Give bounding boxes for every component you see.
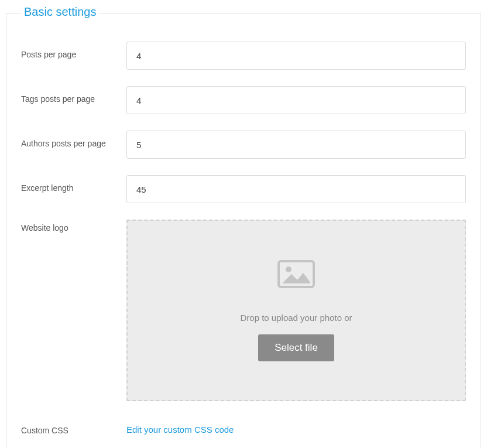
website-logo-label: Website logo xyxy=(21,220,126,232)
form-control-wrap xyxy=(126,175,466,203)
svg-point-1 xyxy=(286,266,291,272)
image-placeholder-icon xyxy=(277,260,315,290)
excerpt-length-input[interactable] xyxy=(126,175,466,203)
form-control-wrap xyxy=(126,131,466,159)
form-row-excerpt-length: Excerpt length xyxy=(21,175,466,203)
form-row-website-logo: Website logo Drop to upload your photo o… xyxy=(21,220,466,401)
form-row-authors-posts-per-page: Authors posts per page xyxy=(21,131,466,159)
fieldset-title: Basic settings xyxy=(21,5,99,19)
tags-posts-per-page-label: Tags posts per page xyxy=(21,86,126,104)
logo-dropzone[interactable]: Drop to upload your photo or Select file xyxy=(126,220,466,401)
tags-posts-per-page-input[interactable] xyxy=(126,86,466,114)
custom-css-label: Custom CSS xyxy=(21,425,126,435)
edit-custom-css-link[interactable]: Edit your custom CSS code xyxy=(126,425,234,435)
form-control-wrap xyxy=(126,42,466,70)
excerpt-length-label: Excerpt length xyxy=(21,175,126,193)
dropzone-text: Drop to upload your photo or xyxy=(241,313,352,323)
form-row-custom-css: Custom CSS Edit your custom CSS code xyxy=(21,425,466,435)
authors-posts-per-page-input[interactable] xyxy=(126,131,466,159)
authors-posts-per-page-label: Authors posts per page xyxy=(21,131,126,148)
form-control-wrap xyxy=(126,86,466,114)
form-control-wrap: Edit your custom CSS code xyxy=(126,425,466,435)
posts-per-page-input[interactable] xyxy=(126,42,466,70)
form-control-wrap: Drop to upload your photo or Select file xyxy=(126,220,466,401)
posts-per-page-label: Posts per page xyxy=(21,42,126,59)
form-row-tags-posts-per-page: Tags posts per page xyxy=(21,86,466,114)
form-row-posts-per-page: Posts per page xyxy=(21,42,466,70)
select-file-button[interactable]: Select file xyxy=(258,334,334,361)
basic-settings-fieldset: Basic settings Posts per page Tags posts… xyxy=(6,13,481,448)
